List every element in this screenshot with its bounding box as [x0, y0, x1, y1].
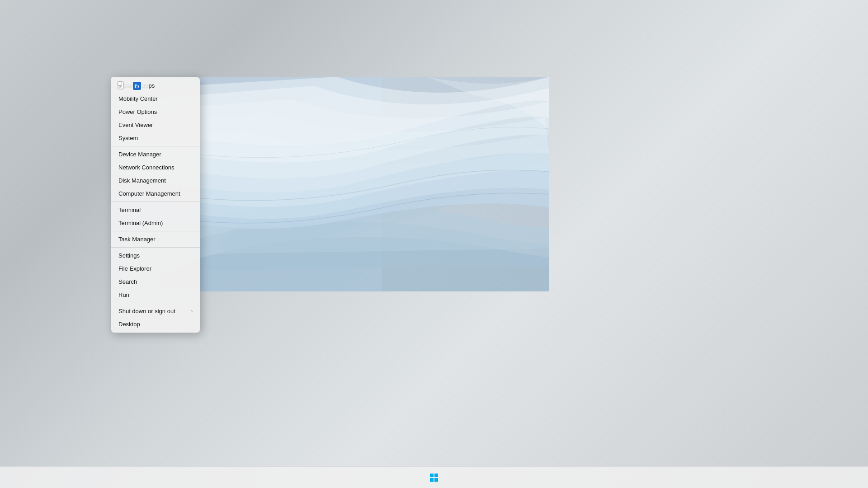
menu-item-label-disk-management: Disk Management [118, 177, 166, 184]
menu-separator [111, 146, 200, 146]
menu-item-label-settings: Settings [118, 252, 140, 259]
svg-rect-13 [430, 478, 434, 482]
menu-separator [111, 202, 200, 202]
menu-item-event-viewer[interactable]: Event Viewer [111, 118, 200, 131]
menu-item-disk-management[interactable]: Disk Management [111, 174, 200, 187]
menu-item-file-explorer[interactable]: File Explorer [111, 262, 200, 275]
menu-item-label-terminal: Terminal [118, 206, 141, 213]
taskbar [0, 466, 868, 488]
menu-item-label-shutdown: Shut down or sign out [118, 308, 175, 314]
menu-item-settings[interactable]: Settings [111, 249, 200, 262]
taskbar-icon-file[interactable] [114, 79, 129, 93]
menu-item-shutdown[interactable]: Shut down or sign out› [111, 305, 200, 318]
svg-rect-11 [430, 474, 434, 477]
menu-item-power-options[interactable]: Power Options [111, 105, 200, 118]
menu-item-label-computer-management: Computer Management [118, 190, 180, 197]
menu-item-label-run: Run [118, 291, 129, 298]
menu-item-network-connections[interactable]: Network Connections [111, 161, 200, 174]
menu-separator [111, 231, 200, 231]
menu-item-label-terminal-admin: Terminal (Admin) [118, 220, 163, 226]
svg-rect-14 [434, 478, 438, 482]
menu-separator [111, 303, 200, 303]
svg-rect-5 [118, 82, 121, 85]
menu-item-label-task-manager: Task Manager [118, 236, 156, 243]
menu-item-terminal-admin[interactable]: Terminal (Admin) [111, 216, 200, 230]
context-menu: Installed appsMobility CenterPower Optio… [111, 77, 200, 333]
menu-item-label-event-viewer: Event Viewer [118, 122, 153, 128]
menu-item-label-network-connections: Network Connections [118, 164, 175, 171]
menu-item-label-search: Search [118, 278, 137, 285]
menu-item-label-desktop: Desktop [118, 321, 140, 328]
menu-item-device-manager[interactable]: Device Manager [111, 148, 200, 161]
taskbar-icon-app[interactable]: Ps [130, 79, 144, 93]
start-button[interactable] [425, 469, 443, 487]
menu-item-computer-management[interactable]: Computer Management [111, 187, 200, 200]
menu-item-terminal[interactable]: Terminal [111, 203, 200, 216]
menu-item-label-mobility-center: Mobility Center [118, 95, 158, 102]
menu-item-label-file-explorer: File Explorer [118, 265, 151, 272]
svg-rect-12 [434, 474, 438, 477]
menu-item-run[interactable]: Run [111, 288, 200, 301]
menu-item-search[interactable]: Search [111, 275, 200, 288]
menu-item-task-manager[interactable]: Task Manager [111, 233, 200, 246]
menu-item-system[interactable]: System [111, 131, 200, 145]
menu-item-desktop[interactable]: Desktop [111, 318, 200, 331]
submenu-arrow-icon: › [191, 309, 193, 314]
menu-item-label-system: System [118, 135, 138, 141]
menu-separator [111, 247, 200, 248]
svg-text:Ps: Ps [135, 83, 140, 89]
menu-item-label-power-options: Power Options [118, 108, 157, 115]
menu-item-label-device-manager: Device Manager [118, 151, 161, 158]
